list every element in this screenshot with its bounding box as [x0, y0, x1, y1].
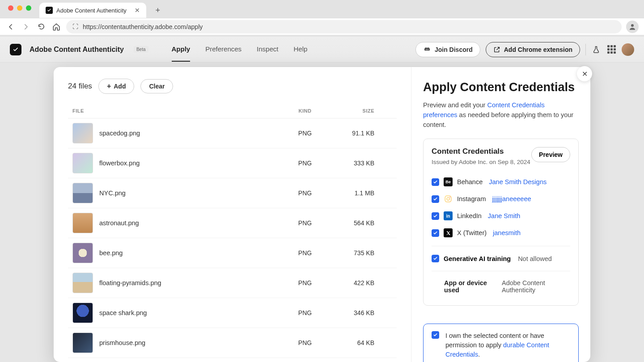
- browser-profile-icon[interactable]: [626, 21, 639, 33]
- platform-name: X (Twitter): [457, 229, 487, 236]
- credentials-card: Content Credentials Issued by Adobe Inc.…: [423, 139, 579, 306]
- modal-close-button[interactable]: ✕: [577, 66, 592, 81]
- window-close-icon[interactable]: [8, 5, 13, 11]
- file-table-header: FILE KIND SIZE: [68, 104, 397, 118]
- file-size: 735 KB: [330, 249, 392, 257]
- file-row[interactable]: prismhouse.png PNG 64 KB: [68, 328, 397, 358]
- add-label: Add: [114, 83, 126, 90]
- file-size: 91.1 KB: [330, 130, 392, 137]
- file-kind: PNG: [280, 339, 330, 346]
- nav-tabs: Apply Preferences Inspect Help: [172, 37, 308, 62]
- file-thumbnail: [72, 153, 93, 173]
- social-checkbox[interactable]: [432, 229, 439, 237]
- site-settings-icon[interactable]: ⛶: [72, 23, 78, 30]
- file-list[interactable]: spacedog.png PNG 91.1 KB flowerbox.png P…: [68, 118, 397, 362]
- files-header: 24 files + Add Clear: [68, 79, 397, 94]
- linkedin-icon: in: [444, 211, 453, 220]
- x-icon: [444, 228, 453, 237]
- file-size: 64 KB: [330, 339, 392, 346]
- credentials-card-header: Content Credentials Issued by Adobe Inc.…: [432, 147, 570, 165]
- issued-by: Issued by Adobe Inc. on Sep 8, 2024: [432, 159, 530, 165]
- ownership-checkbox[interactable]: [432, 331, 439, 339]
- add-files-button[interactable]: + Add: [98, 79, 135, 94]
- column-file: FILE: [72, 108, 280, 114]
- discord-label: Join Discord: [435, 46, 473, 53]
- file-row[interactable]: astronaut.png PNG 564 KB: [68, 208, 397, 238]
- labs-icon[interactable]: [591, 45, 601, 55]
- social-handle[interactable]: Jane Smith: [488, 212, 521, 219]
- panel-description: Preview and edit your Content Credential…: [423, 101, 579, 130]
- file-kind: PNG: [280, 279, 330, 286]
- files-count: 24 files: [68, 82, 92, 91]
- nav-tab-inspect[interactable]: Inspect: [257, 37, 278, 62]
- ownership-consent-box: I own the selected content or have permi…: [423, 324, 579, 362]
- tab-bar: Adobe Content Authenticity ✕ +: [0, 3, 644, 18]
- user-avatar[interactable]: [622, 43, 634, 56]
- file-kind: PNG: [280, 130, 330, 137]
- join-discord-button[interactable]: Join Discord: [415, 42, 480, 57]
- file-name: astronaut.png: [99, 219, 280, 227]
- browser-tab[interactable]: Adobe Content Authenticity ✕: [39, 3, 146, 18]
- social-account-row: Instagram jjjjjjjaneeeeee: [432, 190, 570, 207]
- social-account-row: in LinkedIn Jane Smith: [432, 207, 570, 224]
- nav-tab-apply[interactable]: Apply: [172, 37, 191, 62]
- gen-ai-label: Generative AI training: [444, 255, 511, 262]
- app-logo-icon: [10, 44, 21, 55]
- tab-close-icon[interactable]: ✕: [135, 7, 140, 14]
- file-row[interactable]: flowerbox.png PNG 333 KB: [68, 148, 397, 178]
- new-tab-button[interactable]: +: [152, 4, 164, 17]
- social-handle[interactable]: jjjjjjjaneeeeee: [492, 195, 531, 202]
- social-checkbox[interactable]: [432, 195, 439, 203]
- tab-title: Adobe Content Authenticity: [56, 7, 127, 14]
- file-thumbnail: [72, 213, 93, 233]
- file-thumbnail: [72, 333, 93, 353]
- svg-rect-1: [445, 196, 451, 202]
- header-right: Join Discord Add Chrome extension: [415, 42, 634, 57]
- url-bar[interactable]: ⛶ https://contentauthenticity.adobe.com/…: [66, 20, 622, 34]
- social-handle[interactable]: janesmith: [493, 229, 521, 236]
- file-row[interactable]: bee.png PNG 735 KB: [68, 238, 397, 268]
- nav-tab-preferences[interactable]: Preferences: [205, 37, 242, 62]
- tab-favicon-icon: [46, 7, 53, 14]
- app-name: Adobe Content Authenticity: [30, 46, 124, 54]
- beta-badge: Beta: [134, 46, 148, 53]
- credentials-card-title: Content Credentials: [432, 147, 530, 156]
- file-row[interactable]: space shark.png PNG 346 KB: [68, 298, 397, 328]
- social-handle[interactable]: Jane Smith Designs: [489, 178, 547, 185]
- nav-tab-help[interactable]: Help: [293, 37, 307, 62]
- gen-ai-training-row: Generative AI training Not allowed: [432, 251, 570, 266]
- platform-name: Behance: [457, 178, 483, 185]
- file-name: prismhouse.png: [99, 339, 280, 346]
- plus-icon: +: [107, 82, 111, 90]
- file-name: space shark.png: [99, 309, 280, 316]
- app-used-label: App or device used: [444, 279, 496, 294]
- file-kind: PNG: [280, 249, 330, 257]
- social-account-row: Be Behance Jane Smith Designs: [432, 173, 570, 190]
- chrome-ext-label: Add Chrome extension: [504, 46, 572, 53]
- preview-button[interactable]: Preview: [531, 147, 570, 162]
- file-row[interactable]: NYC.png PNG 1.1 MB: [68, 178, 397, 208]
- social-account-row: X (Twitter) janesmith: [432, 224, 570, 241]
- file-thumbnail: [72, 273, 93, 293]
- platform-name: Instagram: [457, 195, 486, 202]
- file-kind: PNG: [280, 219, 330, 227]
- forward-icon[interactable]: [21, 21, 31, 32]
- file-row[interactable]: spacedog.png PNG 91.1 KB: [68, 118, 397, 148]
- home-icon[interactable]: [51, 21, 62, 32]
- file-name: spacedog.png: [99, 130, 280, 137]
- window-maximize-icon[interactable]: [26, 5, 31, 11]
- social-checkbox[interactable]: [432, 178, 439, 186]
- back-icon[interactable]: [5, 21, 16, 32]
- file-thumbnail: [72, 303, 93, 323]
- add-chrome-extension-button[interactable]: Add Chrome extension: [486, 42, 580, 57]
- reload-icon[interactable]: [36, 21, 47, 32]
- gen-ai-checkbox[interactable]: [432, 255, 439, 262]
- column-kind: KIND: [280, 108, 330, 114]
- window-minimize-icon[interactable]: [17, 5, 22, 11]
- apps-icon[interactable]: [606, 45, 616, 55]
- social-checkbox[interactable]: [432, 212, 439, 220]
- file-size: 346 KB: [330, 309, 392, 316]
- file-row[interactable]: floating-pyramids.png PNG 422 KB: [68, 268, 397, 298]
- clear-files-button[interactable]: Clear: [140, 79, 173, 93]
- file-name: NYC.png: [99, 189, 280, 197]
